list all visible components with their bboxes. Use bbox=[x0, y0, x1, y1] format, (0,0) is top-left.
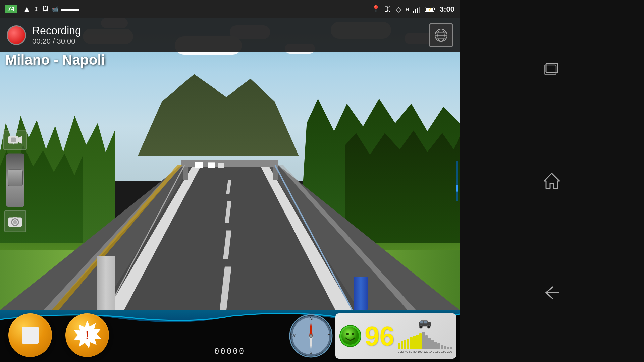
svg-rect-21 bbox=[417, 8, 418, 13]
svg-point-55 bbox=[346, 333, 349, 335]
svg-rect-39 bbox=[13, 217, 17, 218]
map-button[interactable] bbox=[429, 23, 453, 47]
status-icons-left: 74 ▲ ⯰ 🖼 📹 ▬▬▬ bbox=[5, 5, 371, 14]
bar-3 bbox=[404, 340, 406, 349]
svg-point-54 bbox=[341, 327, 359, 345]
bar-15 bbox=[441, 345, 443, 349]
status-bar: 74 ▲ ⯰ 🖼 📹 ▬▬▬ 📍 ⯰ ◇ H bbox=[0, 0, 460, 18]
svg-rect-11 bbox=[183, 167, 188, 180]
location-icon: 📍 bbox=[371, 5, 380, 14]
compass: N S E W bbox=[288, 313, 334, 359]
bar-14 bbox=[437, 343, 440, 349]
bar-11 bbox=[428, 338, 431, 349]
svg-text:E: E bbox=[327, 334, 330, 338]
svg-point-53 bbox=[310, 335, 312, 337]
bar-1 bbox=[398, 343, 400, 349]
map-icon bbox=[433, 27, 449, 44]
back-icon bbox=[543, 285, 561, 300]
left-controls bbox=[3, 130, 27, 232]
svg-rect-24 bbox=[434, 8, 435, 10]
home-button[interactable] bbox=[538, 168, 565, 194]
recent-apps-button[interactable] bbox=[538, 56, 565, 83]
scale-140: 140 bbox=[429, 350, 434, 353]
image-icon: 🖼 bbox=[43, 6, 49, 13]
diamond-icon: ◇ bbox=[396, 5, 401, 14]
recording-time: 00:20 / 30:00 bbox=[32, 37, 81, 46]
zoom-slider[interactable] bbox=[6, 154, 24, 207]
svg-rect-13 bbox=[195, 162, 203, 168]
notification-badge: 74 bbox=[5, 5, 17, 13]
speed-chart: 0 20 40 60 80 100 120 140 160 180 200 bbox=[398, 319, 452, 353]
bar-17 bbox=[447, 347, 449, 349]
scale-100: 100 bbox=[417, 350, 422, 353]
svg-point-60 bbox=[427, 325, 430, 328]
bar-7 bbox=[416, 335, 419, 349]
h-signal-icon: H bbox=[406, 7, 409, 12]
camera-toggle-icon[interactable] bbox=[3, 130, 27, 150]
scale-0: 0 bbox=[398, 350, 399, 353]
car-icon bbox=[417, 319, 432, 329]
bar-13 bbox=[434, 342, 437, 349]
svg-point-56 bbox=[352, 333, 354, 335]
svg-rect-22 bbox=[419, 7, 420, 13]
speed-display: 96 bbox=[365, 323, 394, 350]
bar-5 bbox=[410, 337, 412, 349]
recent-apps-icon bbox=[543, 62, 561, 77]
battery-icon: ⚡ bbox=[425, 6, 436, 12]
bar-12 bbox=[431, 340, 434, 349]
bar-2 bbox=[401, 341, 403, 349]
scale-20: 20 bbox=[400, 350, 404, 353]
photo-button[interactable] bbox=[4, 210, 26, 232]
stop-button[interactable] bbox=[8, 313, 52, 357]
home-icon bbox=[543, 172, 561, 190]
bar-16 bbox=[444, 346, 446, 349]
speed-scale-labels: 0 20 40 60 80 100 120 140 160 180 200 bbox=[398, 350, 452, 353]
bar-10 bbox=[425, 335, 428, 349]
android-nav-bar bbox=[460, 0, 644, 362]
zoom-thumb[interactable] bbox=[8, 170, 23, 186]
scale-180: 180 bbox=[441, 350, 446, 353]
video-icon: 📹 bbox=[51, 6, 59, 13]
signal-bars-icon bbox=[413, 6, 421, 13]
scale-160: 160 bbox=[435, 350, 440, 353]
status-time: 3:00 bbox=[440, 5, 454, 14]
scroll-thumb bbox=[456, 185, 458, 192]
alert-button[interactable]: ! bbox=[65, 313, 109, 357]
bottom-bar: ! 00000 N S E W bbox=[0, 310, 460, 362]
svg-rect-61 bbox=[420, 321, 423, 323]
scale-60: 60 bbox=[409, 350, 412, 353]
bar-18 bbox=[450, 347, 452, 349]
bluetooth-icon2: ⯰ bbox=[384, 5, 392, 14]
svg-rect-19 bbox=[413, 11, 414, 13]
bar-4 bbox=[407, 339, 409, 349]
svg-rect-15 bbox=[218, 163, 224, 168]
svg-point-59 bbox=[420, 325, 423, 328]
speed-bars bbox=[398, 331, 452, 349]
alert-icon: ! bbox=[72, 320, 102, 350]
route-label: Milano - Napoli bbox=[5, 52, 105, 68]
speed-panel: 96 bbox=[335, 313, 456, 359]
scroll-indicator bbox=[456, 161, 458, 201]
svg-rect-20 bbox=[415, 9, 416, 13]
svg-rect-35 bbox=[11, 137, 16, 142]
scale-200: 200 bbox=[447, 350, 452, 353]
svg-marker-65 bbox=[544, 173, 559, 188]
recording-indicator bbox=[7, 25, 26, 45]
svg-rect-14 bbox=[208, 162, 215, 168]
navigation-icon: ▲ bbox=[23, 5, 31, 14]
odometer: 00000 bbox=[214, 347, 245, 356]
recording-bar: Recording 00:20 / 30:00 bbox=[0, 18, 460, 52]
status-icons-right: 📍 ⯰ ◇ H ⚡ 3:00 bbox=[371, 5, 454, 14]
back-button[interactable] bbox=[538, 279, 565, 306]
bluetooth-icon: ⯰ bbox=[33, 5, 40, 13]
svg-text:⚡: ⚡ bbox=[428, 8, 432, 12]
svg-text:W: W bbox=[291, 334, 296, 338]
recording-info: Recording 00:20 / 30:00 bbox=[32, 25, 81, 45]
mood-indicator bbox=[339, 325, 361, 347]
recording-title: Recording bbox=[32, 25, 81, 37]
scale-80: 80 bbox=[413, 350, 417, 353]
stop-icon bbox=[22, 327, 39, 344]
svg-point-38 bbox=[13, 220, 17, 224]
bar-8 bbox=[419, 333, 422, 349]
bar-9 bbox=[422, 332, 425, 349]
